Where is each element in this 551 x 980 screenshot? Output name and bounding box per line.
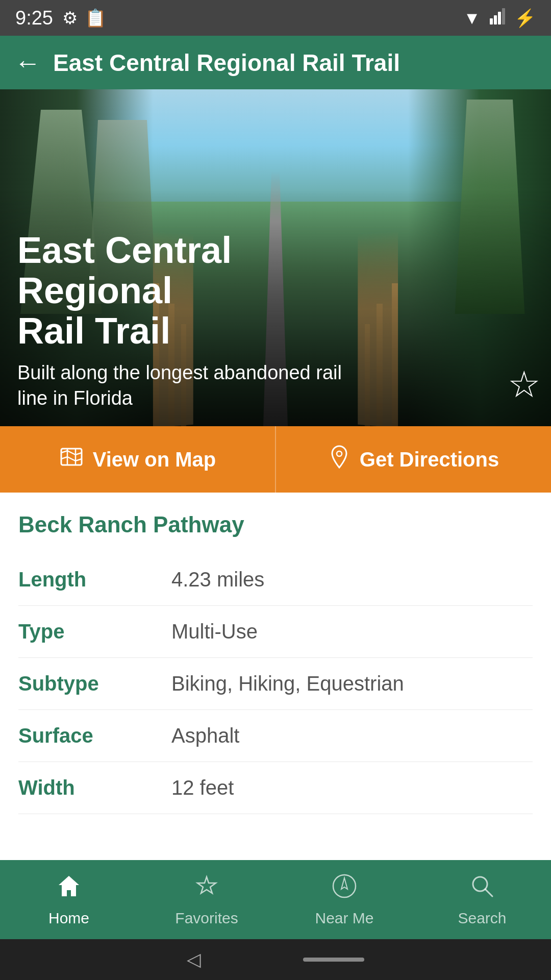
- subtype-value: Biking, Hiking, Equestrian: [171, 672, 404, 695]
- hero-image-container: East Central RegionalRail Trail Built al…: [0, 89, 551, 426]
- subtype-label: Subtype: [18, 672, 171, 695]
- nav-item-home[interactable]: Home: [18, 873, 120, 927]
- signal-icon: [490, 7, 505, 29]
- info-row-length: Length 4.23 miles: [18, 554, 533, 606]
- back-button[interactable]: ←: [14, 47, 41, 78]
- clipboard-icon: 📋: [85, 8, 106, 28]
- hero-text-block: East Central RegionalRail Trail Built al…: [17, 230, 534, 411]
- home-label: Home: [48, 910, 89, 927]
- svg-rect-0: [490, 18, 493, 24]
- android-back-button[interactable]: ◁: [187, 949, 201, 970]
- top-navigation: ← East Central Regional Rail Trail: [0, 36, 551, 89]
- page-title: East Central Regional Rail Trail: [53, 49, 400, 77]
- length-value: 4.23 miles: [171, 568, 264, 591]
- view-on-map-button[interactable]: View on Map: [0, 426, 276, 493]
- info-row-width: Width 12 feet: [18, 762, 533, 814]
- svg-point-7: [337, 451, 342, 456]
- length-label: Length: [18, 568, 171, 591]
- android-home-pill[interactable]: [303, 958, 364, 962]
- get-directions-label: Get Directions: [360, 448, 499, 471]
- search-icon: [469, 873, 495, 905]
- svg-line-10: [485, 889, 492, 896]
- hero-subtitle: Built along the longest abandoned rail l…: [17, 360, 344, 411]
- action-buttons-row: View on Map Get Directions: [0, 426, 551, 493]
- type-value: Multi-Use: [171, 620, 258, 643]
- width-value: 12 feet: [171, 776, 234, 799]
- info-row-type: Type Multi-Use: [18, 606, 533, 658]
- favorites-icon: [193, 873, 220, 905]
- svg-rect-3: [502, 8, 505, 24]
- width-label: Width: [18, 776, 171, 799]
- hero-title: East Central RegionalRail Trail: [17, 230, 374, 352]
- home-icon: [56, 873, 82, 905]
- settings-icon: ⚙: [62, 8, 78, 28]
- section-title: Beck Ranch Pathway: [18, 512, 533, 537]
- status-bar: 9:25 ⚙ 📋 ▼ ⚡: [0, 0, 551, 36]
- info-row-subtype: Subtype Biking, Hiking, Equestrian: [18, 658, 533, 710]
- favorites-label: Favorites: [175, 910, 238, 927]
- surface-label: Surface: [18, 724, 171, 747]
- view-on-map-label: View on Map: [93, 448, 216, 471]
- nav-item-favorites[interactable]: Favorites: [156, 873, 258, 927]
- svg-rect-1: [494, 15, 497, 24]
- nav-item-search[interactable]: Search: [431, 873, 533, 927]
- nav-item-near-me[interactable]: Near Me: [293, 873, 395, 927]
- get-directions-button[interactable]: Get Directions: [276, 426, 551, 493]
- status-time: 9:25: [15, 7, 53, 29]
- favorite-star-button[interactable]: ☆: [508, 363, 541, 406]
- type-label: Type: [18, 620, 171, 643]
- near-me-label: Near Me: [315, 910, 373, 927]
- near-me-icon: [331, 873, 358, 905]
- map-icon: [59, 445, 84, 475]
- android-nav-bar: ◁: [0, 939, 551, 980]
- svg-rect-2: [498, 12, 501, 24]
- wifi-icon: ▼: [463, 8, 481, 28]
- bottom-navigation: Home Favorites Near Me Search: [0, 860, 551, 939]
- info-row-surface: Surface Asphalt: [18, 710, 533, 762]
- directions-icon: [328, 444, 350, 475]
- search-label: Search: [458, 910, 506, 927]
- info-section: Beck Ranch Pathway Length 4.23 miles Typ…: [0, 493, 551, 824]
- battery-icon: ⚡: [514, 8, 536, 28]
- surface-value: Asphalt: [171, 724, 239, 747]
